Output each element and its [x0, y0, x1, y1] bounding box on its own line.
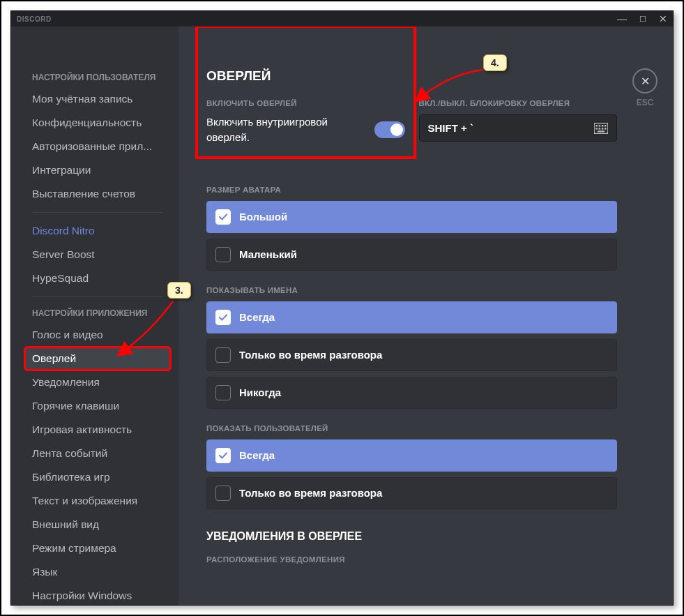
page-title: ОВЕРЛЕЙ	[206, 68, 405, 84]
overlay-notifications-heading: УВЕДОМЛЕНИЯ В ОВЕРЛЕЕ	[206, 530, 617, 543]
option-label: Только во время разговора	[239, 487, 382, 499]
sidebar-separator	[32, 212, 163, 213]
close-icon: ✕	[641, 75, 650, 88]
enable-overlay-label: ВКЛЮЧИТЬ ОВЕРЛЕЙ	[206, 99, 405, 107]
show-names-label: ПОКАЗЫВАТЬ ИМЕНА	[206, 286, 617, 294]
users-option-speaking[interactable]: Только во время разговора	[206, 477, 617, 509]
checkbox-icon	[215, 385, 231, 400]
names-option-always[interactable]: Всегда	[206, 301, 617, 333]
svg-rect-3	[602, 125, 604, 127]
window-maximize-button[interactable]: ☐	[639, 15, 646, 23]
sidebar-item-game-activity[interactable]: Игровая активность	[25, 419, 170, 441]
settings-main: ОВЕРЛЕЙ ВКЛЮЧИТЬ ОВЕРЛЕЙ Включить внутри…	[178, 27, 617, 605]
checkbox-icon	[215, 486, 231, 501]
sidebar-item-streamer-mode[interactable]: Режим стримера	[25, 537, 170, 559]
annotation-4: 4.	[483, 54, 507, 71]
svg-rect-7	[602, 128, 604, 130]
svg-rect-8	[605, 128, 607, 130]
option-label: Большой	[239, 211, 287, 223]
keyboard-icon	[594, 123, 608, 134]
avatar-option-small[interactable]: Маленький	[206, 239, 617, 271]
option-label: Всегда	[239, 311, 275, 323]
annotation-3: 3.	[167, 282, 191, 299]
names-option-speaking[interactable]: Только во время разговора	[206, 339, 617, 371]
avatar-size-label: РАЗМЕР АВАТАРА	[206, 186, 617, 194]
svg-rect-9	[598, 130, 605, 132]
overlay-lock-label: ВКЛ./ВЫКЛ. БЛОКИРОВКУ ОВЕРЛЕЯ	[419, 99, 618, 107]
sidebar-item-notifications[interactable]: Уведомления	[25, 371, 170, 393]
svg-rect-2	[599, 125, 601, 127]
sidebar-item-voice-video[interactable]: Голос и видео	[25, 324, 170, 346]
sidebar-item-integrations[interactable]: Интеграции	[25, 159, 170, 181]
sidebar-item-server-boost[interactable]: Server Boost	[25, 243, 170, 266]
enable-overlay-toggle[interactable]	[374, 121, 405, 138]
keybind-value: SHIFT + `	[428, 122, 473, 134]
sidebar-header-app: НАСТРОЙКИ ПРИЛОЖЕНИЯ	[25, 304, 170, 318]
sidebar-item-hotkeys[interactable]: Горячие клавиши	[25, 395, 170, 417]
checkbox-icon	[215, 247, 231, 262]
enable-overlay-description: Включить внутриигровой оверлей.	[206, 114, 362, 145]
users-option-always[interactable]: Всегда	[206, 440, 617, 472]
sidebar-item-privacy[interactable]: Конфиденциальность	[25, 112, 170, 134]
sidebar-item-hypesquad[interactable]: HypeSquad	[25, 267, 170, 290]
svg-rect-1	[596, 125, 598, 127]
option-label: Никогда	[239, 386, 281, 398]
sidebar-item-activity-feed[interactable]: Лента событий	[25, 442, 170, 465]
avatar-option-big[interactable]: Большой	[206, 201, 617, 233]
sidebar-item-language[interactable]: Язык	[25, 561, 170, 583]
app-brand: DISCORD	[17, 15, 52, 23]
sidebar-item-appearance[interactable]: Внешний вид	[25, 513, 170, 536]
option-label: Всегда	[239, 449, 275, 461]
notification-position-label: РАСПОЛОЖЕНИЕ УВЕДОМЛЕНИЯ	[206, 555, 617, 564]
sidebar-item-authorized-apps[interactable]: Авторизованные прил...	[25, 135, 170, 158]
checkbox-icon	[215, 209, 231, 225]
settings-sidebar: НАСТРОЙКИ ПОЛЬЗОВАТЕЛЯ Моя учётная запис…	[11, 27, 178, 605]
names-option-never[interactable]: Никогда	[206, 377, 617, 409]
overlay-lock-keybind-input[interactable]: SHIFT + `	[419, 114, 618, 142]
sidebar-item-nitro[interactable]: Discord Nitro	[25, 220, 170, 242]
checkbox-icon	[215, 310, 231, 325]
sidebar-item-overlay[interactable]: Оверлей	[25, 347, 170, 370]
sidebar-item-windows-settings[interactable]: Настройки Windows	[25, 585, 170, 605]
svg-rect-4	[605, 125, 607, 127]
checkbox-icon	[215, 448, 231, 463]
sidebar-separator	[32, 296, 163, 297]
sidebar-header-user: НАСТРОЙКИ ПОЛЬЗОВАТЕЛЯ	[25, 68, 170, 82]
option-label: Только во время разговора	[239, 349, 382, 361]
window-close-button[interactable]: ✕	[659, 14, 667, 24]
sidebar-item-text-images[interactable]: Текст и изображения	[25, 490, 170, 512]
option-label: Маленький	[239, 248, 297, 260]
esc-label: ESC	[637, 98, 654, 107]
window-minimize-button[interactable]: —	[617, 14, 627, 24]
svg-rect-5	[596, 128, 598, 130]
sidebar-item-account[interactable]: Моя учётная запись	[25, 88, 170, 110]
overlay-enable-panel: ОВЕРЛЕЙ ВКЛЮЧИТЬ ОВЕРЛЕЙ Включить внутри…	[197, 27, 415, 158]
checkbox-icon	[215, 347, 231, 363]
sidebar-item-billing[interactable]: Выставление счетов	[25, 183, 170, 205]
show-users-label: ПОКАЗАТЬ ПОЛЬЗОВАТЕЛЕЙ	[206, 424, 617, 433]
window-titlebar: DISCORD — ☐ ✕	[11, 11, 673, 27]
sidebar-item-game-library[interactable]: Библиотека игр	[25, 466, 170, 488]
close-settings-button[interactable]: ✕	[632, 68, 658, 93]
svg-rect-6	[599, 128, 601, 130]
